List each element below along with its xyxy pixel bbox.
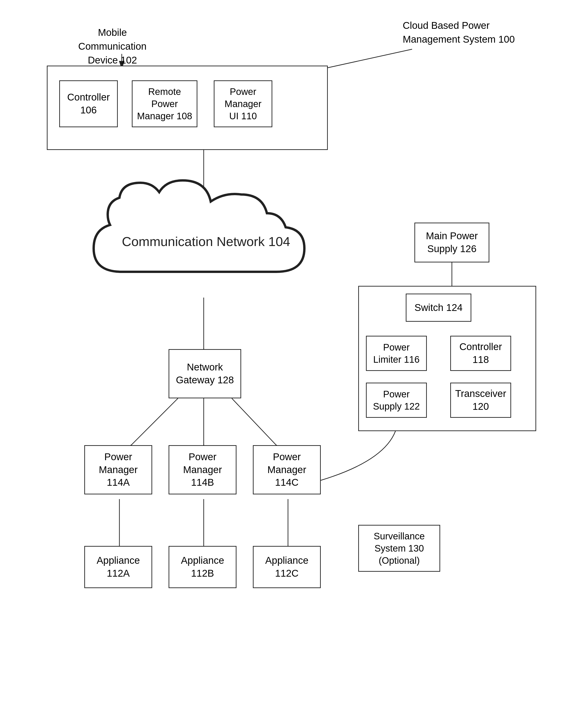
- power-manager-114c: PowerManager114C: [253, 445, 321, 494]
- svg-text:Communication Network 104: Communication Network 104: [122, 234, 290, 249]
- controller-106: Controller106: [59, 80, 118, 127]
- power-manager-ui-110: PowerManagerUI 110: [214, 80, 272, 127]
- svg-line-3: [316, 49, 412, 70]
- diagram: Cloud Based PowerManagement System 100 M…: [0, 0, 583, 728]
- power-limiter-116: PowerLimiter 116: [366, 336, 427, 371]
- power-supply-122: PowerSupply 122: [366, 383, 427, 418]
- network-gateway-128: NetworkGateway 128: [169, 349, 241, 398]
- main-power-supply-126: Main PowerSupply 126: [414, 223, 489, 262]
- appliance-112a: Appliance112A: [84, 546, 152, 588]
- controller-118: Controller118: [450, 336, 511, 371]
- appliance-112c: Appliance112C: [253, 546, 321, 588]
- switch-124: Switch 124: [406, 293, 471, 322]
- communication-network-cloud: Communication Network 104: [65, 178, 346, 314]
- main-cloud-box: Controller106 RemotePowerManager 108 Pow…: [47, 66, 328, 150]
- cloud-svg: Communication Network 104: [65, 178, 346, 314]
- mobile-device-label: Mobile CommunicationDevice 102: [68, 26, 157, 67]
- power-manager-114b: PowerManager114B: [169, 445, 237, 494]
- surveillance-system-130: SurveillanceSystem 130(Optional): [358, 525, 440, 572]
- transceiver-120: Transceiver120: [450, 383, 511, 418]
- svg-line-7: [131, 398, 178, 445]
- power-manager-114a: PowerManager114A: [84, 445, 152, 494]
- appliance-112b: Appliance112B: [169, 546, 237, 588]
- device-enclosure: Switch 124 PowerLimiter 116 Controller11…: [358, 286, 536, 431]
- svg-line-9: [232, 398, 276, 445]
- remote-power-manager-108: RemotePowerManager 108: [132, 80, 197, 127]
- cloud-system-label: Cloud Based PowerManagement System 100: [403, 19, 520, 46]
